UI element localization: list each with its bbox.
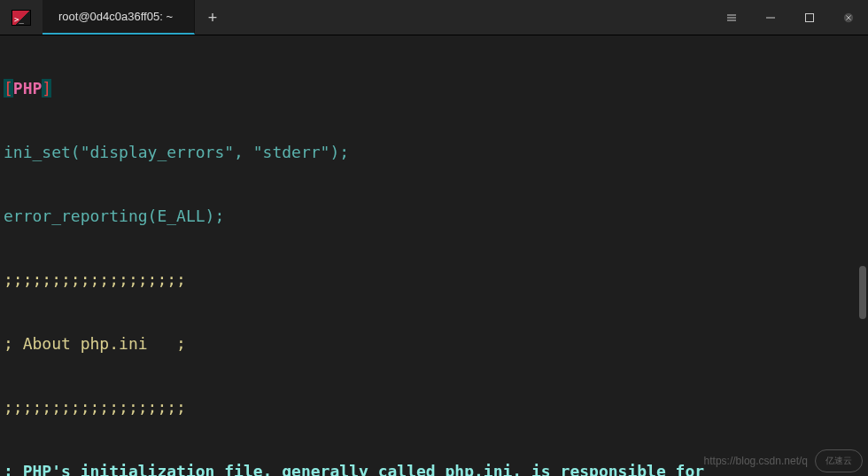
comment-line: ;;;;;;;;;;;;;;;;;;; <box>4 397 864 418</box>
bracket-close: ] <box>42 79 51 98</box>
terminal-viewport[interactable]: [PHP] ini_set("display_errors", "stderr"… <box>0 35 868 476</box>
window-controls <box>712 0 868 35</box>
minimize-button[interactable] <box>751 0 790 35</box>
php-tag-line: [PHP] <box>4 78 864 99</box>
watermark-logo: 亿速云 <box>815 449 863 472</box>
svg-rect-0 <box>806 13 814 21</box>
terminal-icon <box>12 10 31 26</box>
close-button[interactable] <box>829 0 868 35</box>
minimize-icon <box>765 12 776 23</box>
comment-line: ;;;;;;;;;;;;;;;;;;; <box>4 269 864 291</box>
tab-active[interactable]: root@0d4c0a36ff05: ~ <box>43 0 195 35</box>
app-icon <box>0 0 43 35</box>
scrollbar-thumb[interactable] <box>859 266 866 319</box>
maximize-button[interactable] <box>790 0 829 35</box>
close-icon <box>843 12 854 23</box>
watermark: https://blog.csdn.net/q 亿速云 <box>704 449 863 472</box>
scrollbar-track[interactable] <box>857 35 868 455</box>
php-label: PHP <box>13 79 43 98</box>
code-line: ini_set("display_errors", "stderr"); <box>4 142 864 163</box>
hamburger-icon <box>726 12 737 23</box>
menu-button[interactable] <box>712 0 751 35</box>
watermark-text: https://blog.csdn.net/q <box>704 450 808 472</box>
code-line: error_reporting(E_ALL); <box>4 206 864 227</box>
maximize-icon <box>804 12 815 23</box>
new-tab-button[interactable]: + <box>195 0 230 35</box>
bracket-open: [ <box>4 79 13 98</box>
tab-title: root@0d4c0a36ff05: ~ <box>58 6 173 27</box>
window-titlebar: root@0d4c0a36ff05: ~ + <box>0 0 868 35</box>
comment-line: ; About php.ini ; <box>4 333 864 355</box>
plus-icon: + <box>208 7 218 28</box>
tab-strip: root@0d4c0a36ff05: ~ + <box>43 0 712 35</box>
